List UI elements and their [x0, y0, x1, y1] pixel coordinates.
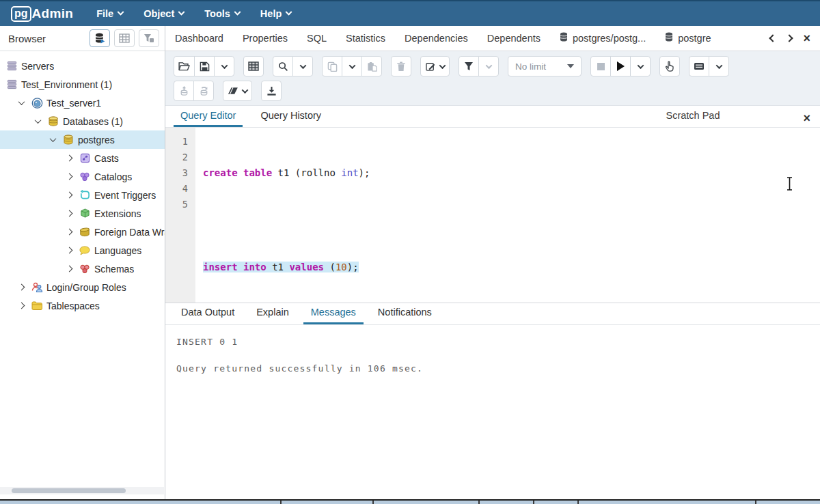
find-button[interactable]	[273, 56, 293, 76]
edit-grid-button[interactable]	[243, 56, 264, 76]
tree-item-casts[interactable]: Casts	[0, 149, 165, 167]
execute-button[interactable]	[610, 56, 631, 76]
open-file-button[interactable]	[174, 56, 195, 76]
tab-sql[interactable]: SQL	[297, 26, 336, 51]
languages-icon	[79, 246, 91, 255]
tab-dependents[interactable]: Dependents	[478, 26, 550, 51]
database-icon	[560, 26, 568, 51]
delete-button[interactable]	[391, 56, 411, 76]
tree-item-languages[interactable]: Languages	[0, 241, 165, 260]
scratch-pad-label: Scratch Pad	[666, 106, 720, 127]
close-tab-icon[interactable]: ×	[803, 32, 810, 44]
search-icon	[278, 61, 288, 72]
tab-properties[interactable]: Properties	[233, 26, 297, 51]
edit-dropdown-button[interactable]	[420, 56, 450, 76]
trash-icon	[396, 61, 406, 72]
chevron-right-icon[interactable]	[18, 284, 25, 291]
chevron-right-icon[interactable]	[66, 192, 73, 199]
window-bottom-edge	[0, 499, 820, 504]
casts-icon	[79, 153, 91, 163]
copy-button[interactable]	[322, 56, 342, 76]
paste-button[interactable]	[361, 56, 382, 76]
editor-tab-bar: Query Editor Query History Scratch Pad ×	[165, 106, 820, 128]
chevron-down-icon[interactable]	[35, 117, 42, 124]
chevron-down-icon[interactable]	[50, 135, 57, 142]
tab-statistics[interactable]: Statistics	[336, 26, 395, 51]
filter-icon	[464, 61, 474, 71]
code-line-3: insert into t1 values (10);	[203, 260, 820, 275]
chevron-right-icon[interactable]	[66, 266, 73, 272]
open-folder-icon	[178, 61, 190, 72]
copy-dropdown-button[interactable]	[342, 56, 362, 76]
object-tree: Servers Test_Environment (1) Test_server…	[0, 51, 165, 315]
filter-toggle-button[interactable]	[459, 56, 479, 76]
chevron-right-icon[interactable]	[66, 210, 73, 217]
find-dropdown-button[interactable]	[292, 56, 313, 76]
chevron-down-icon	[485, 62, 492, 69]
line-number-gutter: 1 2 3 4 5	[165, 128, 195, 303]
commit-button[interactable]	[174, 81, 194, 101]
close-scratch-pad-icon[interactable]: ×	[803, 112, 810, 127]
tree-item-catalogs[interactable]: Catalogs	[0, 167, 165, 186]
menu-help[interactable]: Help	[260, 8, 291, 19]
save-icon	[200, 61, 210, 72]
tree-item-foreign-data-wrappers[interactable]: Foreign Data Wra	[0, 223, 165, 241]
rollback-button[interactable]	[193, 81, 214, 101]
menu-object[interactable]: Object	[144, 8, 184, 19]
chevron-right-icon[interactable]	[66, 247, 73, 254]
dependencies-grid-button[interactable]	[114, 29, 135, 47]
chevron-down-icon	[234, 8, 241, 15]
text-cursor	[785, 176, 794, 194]
menu-file[interactable]: File	[96, 8, 123, 19]
tree-item-test-environment[interactable]: Test_Environment (1)	[0, 75, 165, 94]
login-group-roles-icon	[31, 282, 43, 292]
tree-item-tablespaces[interactable]: Tablespaces	[0, 296, 165, 315]
download-button[interactable]	[261, 81, 282, 101]
extensions-icon	[79, 208, 91, 219]
tab-query-tool-2[interactable]: postgre	[655, 26, 720, 51]
tree-item-event-triggers[interactable]: Event Triggers	[0, 186, 165, 204]
tree-item-schemas[interactable]: Schemas	[0, 260, 165, 278]
tree-item-postgres[interactable]: postgres	[0, 130, 165, 149]
database-icon	[665, 26, 673, 51]
tree-item-servers[interactable]: Servers	[0, 57, 165, 75]
code-area[interactable]: create table t1 (rollno int); insert int…	[195, 128, 820, 303]
code-line-4	[203, 307, 820, 322]
sql-editor[interactable]: 1 2 3 4 5 create table t1 (rollno int); …	[165, 128, 820, 303]
tree-item-extensions[interactable]: Extensions	[0, 204, 165, 223]
save-button[interactable]	[194, 56, 215, 76]
chevron-right-icon[interactable]	[66, 229, 73, 236]
scrollbar-thumb[interactable]	[12, 488, 126, 493]
cancel-query-button[interactable]	[590, 56, 611, 76]
clear-dropdown-button[interactable]	[223, 81, 252, 101]
sidebar-horizontal-scrollbar[interactable]	[0, 487, 164, 494]
tab-query-editor[interactable]: Query Editor	[174, 106, 243, 127]
chevron-right-icon[interactable]	[18, 303, 25, 309]
scroll-tabs-left-icon[interactable]	[769, 34, 777, 42]
tree-item-databases[interactable]: Databases (1)	[0, 112, 165, 130]
tree-item-test-server1[interactable]: Test_server1	[0, 94, 165, 112]
menu-tools[interactable]: Tools	[204, 8, 240, 19]
execute-dropdown-button[interactable]	[630, 56, 651, 76]
chevron-right-icon[interactable]	[66, 173, 73, 180]
tab-query-history[interactable]: Query History	[254, 106, 328, 127]
row-limit-select[interactable]: No limit	[508, 56, 582, 76]
postgres-server-icon	[31, 98, 43, 109]
object-explorer-button[interactable]	[90, 29, 110, 47]
logo-admin-text: Admin	[32, 6, 74, 21]
chevron-down-icon[interactable]	[18, 98, 25, 105]
tab-dashboard[interactable]: Dashboard	[165, 26, 233, 51]
chevron-right-icon[interactable]	[66, 155, 73, 162]
tab-query-tool-1[interactable]: postgres/postg...	[550, 26, 655, 51]
filter-dropdown-button[interactable]	[478, 56, 499, 76]
macros-dropdown-button[interactable]	[709, 56, 729, 76]
execute-options-button[interactable]	[659, 56, 680, 76]
macros-button[interactable]	[689, 56, 709, 76]
tab-dependencies[interactable]: Dependencies	[395, 26, 478, 51]
filter-button[interactable]	[139, 29, 159, 47]
top-navbar: pgAdmin File Object Tools Help	[0, 0, 820, 26]
save-dropdown-button[interactable]	[214, 56, 234, 76]
tree-item-login-group-roles[interactable]: Login/Group Roles	[0, 278, 165, 296]
grid-icon	[248, 61, 259, 71]
scroll-tabs-right-icon[interactable]	[786, 34, 793, 42]
